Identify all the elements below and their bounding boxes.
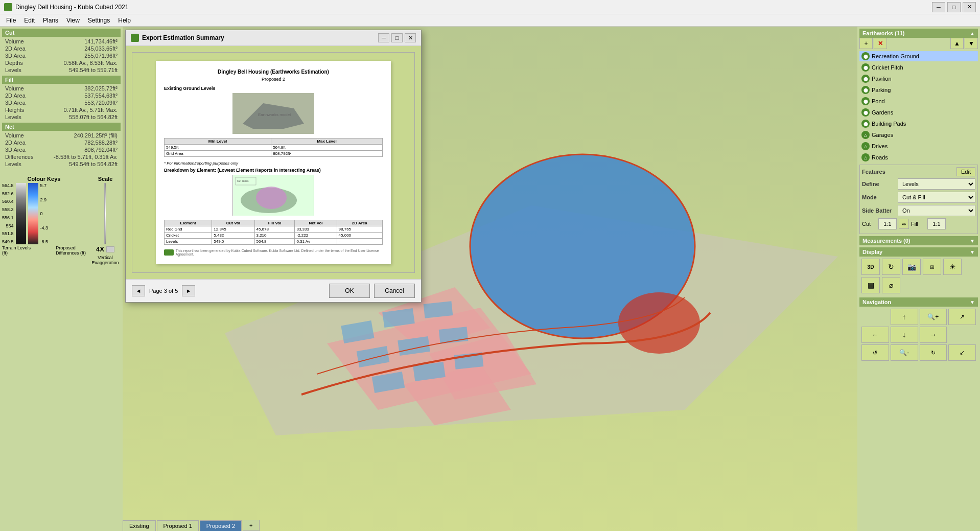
net-volume-value: 240,291.25ft³ (fill): [74, 132, 118, 138]
tab-proposed2[interactable]: Proposed 2: [200, 520, 242, 531]
preview-main-title: Dingley Bell Housing (Earthworks Estimat…: [164, 69, 383, 75]
export-dialog[interactable]: Export Estimation Summary ─ □ ✕ Dingley …: [125, 30, 422, 303]
minimize-button[interactable]: ─: [932, 2, 945, 12]
kubla-logo-mark: [164, 249, 174, 256]
mode-select[interactable]: Cut & Fill: [898, 192, 975, 203]
dialog-close-button[interactable]: ✕: [405, 33, 416, 42]
nav-tilt-right-button[interactable]: ↻: [920, 344, 947, 361]
nav-tilt-left-button[interactable]: ↺: [861, 344, 889, 361]
ew-item-pavilion[interactable]: ⬤ Pavilion: [859, 74, 978, 84]
side-batter-label: Side Batter: [862, 207, 898, 214]
fill-area2d-label: 2D Area: [5, 93, 26, 99]
zoom-in-button[interactable]: 🔍+: [920, 309, 947, 325]
side-batter-select[interactable]: On: [898, 205, 975, 216]
cut-levels-value: 549.54ft to 559.71ft: [69, 67, 118, 73]
net-section: Net Volume240,291.25ft³ (fill) 2D Area78…: [2, 123, 121, 168]
nav-down-button[interactable]: ↓: [891, 327, 918, 343]
earthworks-list: ⬤ Recreation Ground ⬤ Cricket Pitch ⬤ Pa…: [859, 51, 978, 163]
ew-icon-parking: ⬤: [861, 86, 870, 94]
dialog-title: Export Estimation Summary: [131, 34, 224, 42]
tab-add[interactable]: +: [243, 520, 259, 531]
ew-item-recreation-ground[interactable]: ⬤ Recreation Ground: [859, 51, 978, 61]
camera-button[interactable]: 📷: [902, 259, 921, 275]
net-area2d-label: 2D Area: [5, 140, 26, 146]
shade-button[interactable]: ▤: [861, 277, 880, 293]
menu-view[interactable]: View: [62, 16, 84, 25]
dialog-action-buttons: OK Cancel: [329, 284, 415, 298]
fill-area3d-value: 553,720.09ft²: [84, 100, 118, 106]
ew-item-pond[interactable]: ⬤ Pond: [859, 96, 978, 106]
preview-footer: This report has been generated by Kubla …: [164, 249, 383, 256]
ew-icon-cricket-pitch: ⬤: [861, 63, 870, 72]
menu-settings[interactable]: Settings: [84, 16, 114, 25]
cut-area3d-label: 3D Area: [5, 53, 26, 59]
rotate-button[interactable]: ↻: [882, 259, 900, 275]
fill-header: Fill: [2, 76, 121, 84]
nav-right-button[interactable]: →: [920, 327, 947, 343]
navigation-chevron-icon[interactable]: ▼: [970, 299, 975, 305]
menu-edit[interactable]: Edit: [20, 16, 39, 25]
preview-section2: Breakdown by Element: (Lowest Element Re…: [164, 168, 383, 173]
sunlight-button[interactable]: ☀: [943, 259, 962, 275]
cut-volume-label: Volume: [5, 38, 24, 44]
ok-button[interactable]: OK: [329, 284, 370, 298]
tabs-bar: Existing Proposed 1 Proposed 2 +: [123, 517, 857, 531]
ew-item-gardens[interactable]: ⬤ Gardens: [859, 107, 978, 118]
ew-label-parking: Parking: [872, 87, 891, 93]
net-levels-value: 549.54ft to 564.82ft: [69, 161, 118, 167]
ew-item-roads[interactable]: △ Roads: [859, 152, 978, 163]
net-differences-label: Differences: [5, 154, 33, 160]
ew-icon-recreation-ground: ⬤: [861, 52, 870, 60]
window-controls[interactable]: ─ □ ✕: [932, 2, 976, 12]
ew-item-drives[interactable]: △ Drives: [859, 141, 978, 151]
ew-item-parking[interactable]: ⬤ Parking: [859, 85, 978, 95]
nav-left-button[interactable]: ←: [861, 327, 889, 343]
measure-tool-button[interactable]: ⌀: [882, 277, 900, 293]
preview-table-1: Min LevelMax Level 549.5ft564.8ft Grid A…: [164, 138, 383, 157]
cancel-button[interactable]: Cancel: [374, 284, 415, 298]
nav-up-button[interactable]: ↑: [891, 309, 918, 325]
cut-fill-link-button[interactable]: ⇔: [899, 219, 909, 229]
proposed-colour-bar: [28, 183, 38, 244]
menu-help[interactable]: Help: [114, 16, 135, 25]
cut-fill-row: Cut 1:1 ⇔ Fill: [862, 218, 975, 229]
dialog-prev-button[interactable]: ◄: [132, 285, 145, 296]
ew-item-cricket-pitch[interactable]: ⬤ Cricket Pitch: [859, 62, 978, 73]
features-row: Features Edit: [862, 167, 975, 176]
net-area2d-value: 782,588.28ft²: [84, 140, 118, 146]
ew-item-garages[interactable]: △ Garages: [859, 130, 978, 140]
fill-heights-value: 0.71ft Av., 5.71ft Max.: [64, 107, 118, 113]
dialog-maximize-button[interactable]: □: [391, 33, 403, 42]
dialog-body: Dingley Bell Housing (Earthworks Estimat…: [126, 46, 421, 279]
ew-label-drives: Drives: [872, 143, 888, 149]
tab-existing[interactable]: Existing: [123, 520, 156, 531]
close-button[interactable]: ✕: [963, 2, 976, 12]
terrain-colour-bar: [16, 183, 26, 244]
ew-item-building-pads[interactable]: ⬤ Building Pads: [859, 119, 978, 129]
features-edit-button[interactable]: Edit: [956, 167, 975, 176]
move-down-button[interactable]: ▼: [965, 38, 978, 49]
move-up-button[interactable]: ▲: [950, 38, 964, 49]
measurements-chevron-icon[interactable]: ▼: [970, 238, 975, 244]
define-select[interactable]: Levels: [898, 178, 975, 190]
dialog-next-button[interactable]: ►: [182, 285, 195, 296]
menu-plans[interactable]: Plans: [39, 16, 62, 25]
add-earthwork-button[interactable]: +: [859, 38, 873, 49]
fill-volume-label: Volume: [5, 85, 24, 91]
delete-earthwork-button[interactable]: ✕: [874, 38, 887, 49]
tab-proposed1[interactable]: Proposed 1: [157, 520, 199, 531]
maximize-button[interactable]: □: [947, 2, 961, 12]
display-chevron-icon[interactable]: ▼: [970, 249, 975, 255]
menu-file[interactable]: File: [2, 16, 20, 25]
earthworks-toolbar: + ✕ ▲ ▼: [859, 38, 978, 49]
title-bar: Dingley Dell Housing - Kubla Cubed 2021 …: [0, 0, 980, 14]
dialog-minimize-button[interactable]: ─: [378, 33, 389, 42]
3d-view-button[interactable]: 3D: [861, 259, 880, 275]
grid-button[interactable]: ⊞: [923, 259, 941, 275]
nav-tilt-down-button[interactable]: ↙: [948, 344, 976, 361]
earthworks-chevron-icon[interactable]: ▲: [970, 31, 975, 36]
nav-tilt-up-button[interactable]: ↗: [948, 309, 976, 325]
cut-input[interactable]: 1:1: [878, 218, 897, 229]
fill-input[interactable]: [927, 218, 946, 229]
zoom-out-button[interactable]: 🔍-: [891, 344, 918, 361]
